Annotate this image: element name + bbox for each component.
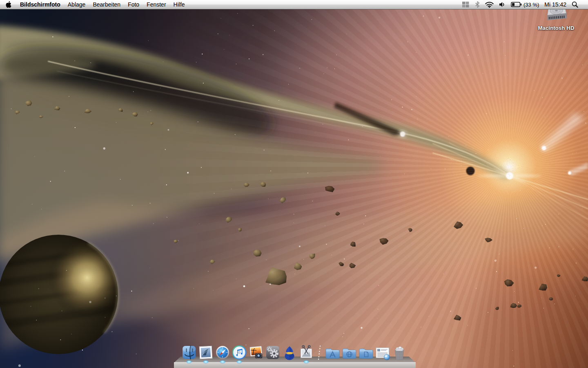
menu-extra-app-grid[interactable] (462, 1, 470, 8)
app-grid-icon (462, 1, 470, 8)
star (478, 168, 541, 184)
dock-item-globe-folder[interactable] (341, 345, 357, 360)
iphoto-icon (248, 345, 264, 360)
dock-item-grab[interactable] (298, 345, 314, 360)
dock-item-trash[interactable] (392, 345, 407, 360)
menu-extra-volume[interactable] (499, 2, 506, 7)
safari-icon (215, 345, 230, 360)
dock-item-mail[interactable] (198, 345, 214, 360)
dock-item-system-preferences[interactable] (265, 345, 281, 360)
wizard-app-icon (282, 345, 297, 360)
menu-app-name[interactable]: Bildschirmfoto (16, 0, 64, 9)
spotlight-icon (572, 1, 578, 8)
documents-folder-icon (358, 345, 374, 360)
apple-logo-icon (6, 1, 11, 8)
dock-shelf-front (174, 362, 416, 368)
applications-folder-icon (325, 345, 340, 360)
running-indicator (186, 360, 192, 364)
bluetooth-icon (475, 1, 480, 8)
menu-bearbeiten[interactable]: Bearbeiten (89, 0, 124, 9)
dock-item-iphoto[interactable] (248, 345, 264, 360)
dock (174, 342, 416, 368)
dock-item-wizard-app[interactable] (282, 345, 297, 360)
running-indicator (203, 360, 209, 364)
battery-percentage: (33 %) (523, 2, 539, 8)
apple-menu[interactable] (0, 0, 16, 9)
screen: Bildschirmfoto Ablage Bearbeiten Foto Fe… (0, 0, 588, 368)
dock-item-itunes[interactable] (232, 345, 247, 360)
dock-item-safari[interactable] (215, 345, 230, 360)
menu-bar: Bildschirmfoto Ablage Bearbeiten Foto Fe… (0, 0, 588, 9)
menu-extra-bluetooth[interactable] (475, 1, 480, 8)
mail-icon (198, 345, 214, 360)
dock-separator (317, 346, 322, 360)
desktop-wallpaper[interactable] (0, 9, 588, 368)
menu-extra-spotlight[interactable] (572, 1, 578, 8)
running-indicator (303, 360, 309, 364)
menu-extra-battery[interactable]: (33 %) (511, 2, 539, 8)
system-preferences-icon (265, 345, 281, 360)
battery-icon (511, 2, 522, 7)
running-indicator (220, 360, 225, 364)
moonlet (400, 132, 405, 137)
blue-orb-icon (384, 355, 390, 360)
grab-icon (298, 345, 314, 360)
itunes-icon (232, 345, 247, 360)
finder-icon (181, 345, 197, 360)
globe-folder-icon (341, 345, 357, 360)
menu-ablage[interactable]: Ablage (64, 0, 89, 9)
dock-item-documents-folder[interactable] (358, 345, 374, 360)
transiting-planet (466, 167, 475, 175)
menu-clock[interactable]: Mi 15:42 (544, 1, 566, 8)
dock-item-applications-folder[interactable] (325, 345, 340, 360)
menu-foto[interactable]: Foto (124, 0, 143, 9)
trash-full-icon (392, 345, 407, 360)
running-indicator (236, 360, 242, 364)
comets (540, 113, 588, 176)
menu-hilfe[interactable]: Hilfe (170, 0, 189, 9)
space-artwork (0, 9, 588, 368)
wifi-icon (485, 2, 494, 8)
menu-extra-wifi[interactable] (485, 2, 494, 8)
dock-item-document-stack[interactable] (375, 345, 390, 360)
dock-item-finder[interactable] (181, 345, 197, 360)
menu-fenster[interactable]: Fenster (143, 0, 169, 9)
volume-icon (499, 2, 506, 7)
desktop-icon-label[interactable]: Macintosh HD (528, 25, 585, 31)
document-stack-icon (375, 345, 390, 360)
